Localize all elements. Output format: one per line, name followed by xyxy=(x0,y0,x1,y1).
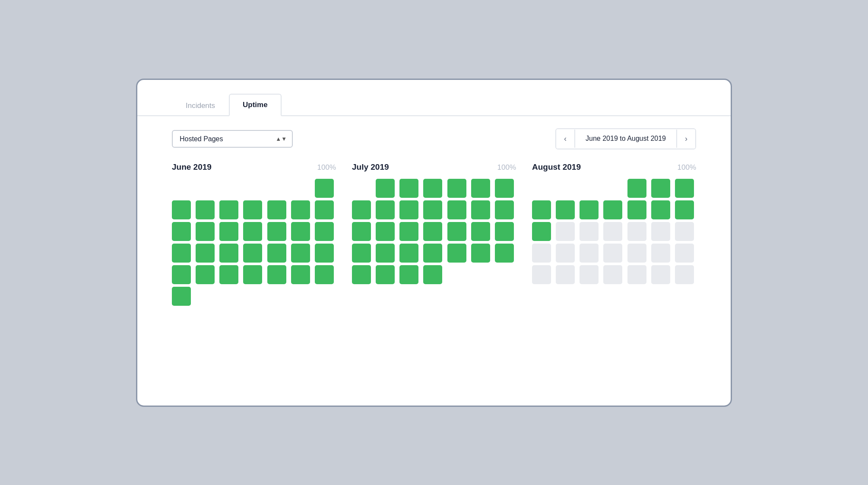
day-cell xyxy=(172,244,191,263)
day-cell xyxy=(219,265,238,284)
day-cell xyxy=(352,222,371,241)
calendar-july-header: July 2019 100% xyxy=(352,162,516,172)
calendars-row: June 2019 100% July 2019 100% August 201… xyxy=(137,154,731,323)
day-cell xyxy=(219,244,238,263)
day-empty xyxy=(219,179,238,198)
day-cell xyxy=(291,244,310,263)
day-cell xyxy=(495,200,514,219)
day-cell xyxy=(423,244,442,263)
august-month-label: August 2019 xyxy=(532,162,581,172)
day-cell xyxy=(196,244,215,263)
day-cell xyxy=(243,265,262,284)
day-cell xyxy=(675,265,694,284)
chevron-left-icon: ‹ xyxy=(564,134,567,143)
day-cell xyxy=(556,222,575,241)
tabs-bar: Incidents Uptime xyxy=(137,93,731,116)
day-cell xyxy=(556,200,575,219)
day-cell xyxy=(399,265,418,284)
day-cell xyxy=(627,200,646,219)
day-cell xyxy=(675,244,694,263)
day-cell xyxy=(315,200,334,219)
chevron-right-icon: › xyxy=(685,134,687,143)
day-cell xyxy=(580,265,599,284)
tab-uptime[interactable]: Uptime xyxy=(229,94,282,116)
august-grid xyxy=(532,179,696,284)
day-cell xyxy=(627,244,646,263)
day-cell xyxy=(471,200,490,219)
day-cell xyxy=(495,222,514,241)
day-empty xyxy=(352,179,371,198)
calendar-july: July 2019 100% xyxy=(352,162,516,306)
service-select[interactable]: Hosted Pages API Website Dashboard xyxy=(172,130,293,148)
tab-incidents[interactable]: Incidents xyxy=(172,95,229,116)
day-empty xyxy=(172,179,191,198)
day-cell xyxy=(603,265,622,284)
date-range-label: June 2019 to August 2019 xyxy=(574,130,677,148)
july-pct-label: 100% xyxy=(497,163,516,172)
day-cell xyxy=(447,244,466,263)
day-cell xyxy=(352,244,371,263)
day-empty xyxy=(556,179,575,198)
date-nav: ‹ June 2019 to August 2019 › xyxy=(555,128,696,149)
day-cell xyxy=(627,222,646,241)
day-empty xyxy=(580,179,599,198)
day-cell xyxy=(556,244,575,263)
day-empty xyxy=(196,179,215,198)
day-cell xyxy=(376,200,395,219)
day-cell xyxy=(291,200,310,219)
calendar-june: June 2019 100% xyxy=(172,162,336,306)
controls-row: Hosted Pages API Website Dashboard ▲▼ ‹ … xyxy=(137,116,731,154)
day-cell xyxy=(172,265,191,284)
june-month-label: June 2019 xyxy=(172,162,212,172)
june-grid xyxy=(172,179,336,306)
july-month-label: July 2019 xyxy=(352,162,389,172)
day-cell xyxy=(603,244,622,263)
day-cell xyxy=(172,200,191,219)
prev-date-button[interactable]: ‹ xyxy=(556,129,574,149)
day-cell xyxy=(471,222,490,241)
day-cell xyxy=(352,200,371,219)
day-cell xyxy=(219,222,238,241)
day-cell xyxy=(447,179,466,198)
day-cell xyxy=(196,222,215,241)
day-cell xyxy=(376,179,395,198)
day-cell xyxy=(532,222,551,241)
day-cell xyxy=(580,200,599,219)
july-grid xyxy=(352,179,516,284)
service-select-wrapper: Hosted Pages API Website Dashboard ▲▼ xyxy=(172,130,293,148)
day-cell xyxy=(376,222,395,241)
day-cell xyxy=(580,244,599,263)
day-cell xyxy=(315,222,334,241)
day-cell xyxy=(315,179,334,198)
day-cell xyxy=(399,179,418,198)
day-cell xyxy=(532,265,551,284)
day-empty xyxy=(291,179,310,198)
june-pct-label: 100% xyxy=(317,163,336,172)
day-cell xyxy=(556,265,575,284)
next-date-button[interactable]: › xyxy=(677,129,695,149)
day-cell xyxy=(580,222,599,241)
day-cell xyxy=(196,265,215,284)
day-cell xyxy=(352,265,371,284)
day-cell xyxy=(675,222,694,241)
calendar-august: August 2019 100% xyxy=(532,162,696,306)
day-cell xyxy=(495,179,514,198)
day-cell xyxy=(627,179,646,198)
day-cell xyxy=(196,200,215,219)
day-cell xyxy=(675,200,694,219)
calendar-august-header: August 2019 100% xyxy=(532,162,696,172)
day-cell xyxy=(532,244,551,263)
day-empty xyxy=(267,179,286,198)
august-pct-label: 100% xyxy=(678,163,696,172)
day-cell xyxy=(399,200,418,219)
day-cell xyxy=(376,244,395,263)
day-cell xyxy=(243,244,262,263)
day-cell xyxy=(651,265,670,284)
day-cell xyxy=(219,200,238,219)
day-cell xyxy=(603,222,622,241)
main-frame: Incidents Uptime Hosted Pages API Websit… xyxy=(136,79,732,407)
day-empty xyxy=(532,179,551,198)
day-cell xyxy=(471,244,490,263)
day-empty xyxy=(243,179,262,198)
day-cell xyxy=(172,287,191,306)
